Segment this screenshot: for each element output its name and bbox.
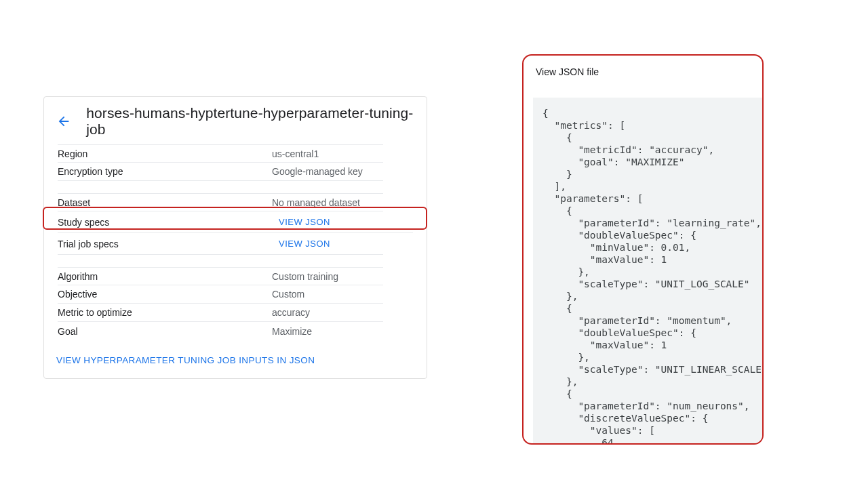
page-title: horses-humans-hyptertune-hyperparameter-… (86, 105, 416, 138)
back-button[interactable] (52, 109, 75, 134)
row-region: Region us-central1 (58, 144, 383, 163)
json-code-block: { "metrics": [ { "metricId": "accuracy",… (533, 98, 764, 443)
row-metric: Metric to optimize accuracy (58, 304, 383, 322)
row-label: Encryption type (58, 163, 272, 180)
json-panel-title: View JSON file (524, 56, 762, 83)
row-label: Region (58, 146, 272, 162)
row-label: Algorithm (58, 268, 272, 285)
row-value: No managed dataset (272, 195, 360, 211)
section-gap (58, 255, 413, 267)
section-gap (58, 181, 413, 193)
row-encryption: Encryption type Google-managed key (58, 163, 383, 181)
json-code-content: { "metrics": [ { "metricId": "accuracy",… (533, 98, 764, 445)
row-value: Custom training (272, 268, 338, 285)
row-objective: Objective Custom (58, 285, 383, 304)
view-json-trial-button[interactable]: VIEW JSON (272, 235, 330, 253)
row-dataset: Dataset No managed dataset (58, 193, 383, 211)
row-value: Google-managed key (272, 163, 363, 180)
row-algorithm: Algorithm Custom training (58, 267, 383, 285)
row-value: Maximize (272, 323, 312, 340)
json-panel: View JSON file { "metrics": [ { "metricI… (522, 54, 764, 445)
row-label: Goal (58, 323, 272, 340)
row-value: us-central1 (272, 146, 319, 162)
details-rows: Region us-central1 Encryption type Googl… (44, 144, 427, 344)
card-header: horses-humans-hyptertune-hyperparameter-… (44, 97, 427, 144)
row-label: Dataset (58, 195, 272, 211)
row-study-specs: Study specs VIEW JSON (58, 211, 413, 233)
row-trial-specs: Trial job specs VIEW JSON (58, 233, 383, 255)
card-footer: VIEW HYPERPARAMETER TUNING JOB INPUTS IN… (44, 344, 427, 378)
arrow-left-icon (56, 114, 71, 129)
row-value: Custom (272, 286, 304, 302)
view-inputs-json-link[interactable]: VIEW HYPERPARAMETER TUNING JOB INPUTS IN… (56, 355, 315, 365)
row-goal: Goal Maximize (58, 322, 383, 340)
view-json-study-button[interactable]: VIEW JSON (272, 213, 330, 231)
row-label: Trial job specs (58, 236, 272, 252)
row-label: Objective (58, 286, 272, 302)
row-label: Study specs (58, 214, 272, 230)
row-value: accuracy (272, 304, 310, 321)
job-details-card: horses-humans-hyptertune-hyperparameter-… (43, 96, 427, 379)
row-label: Metric to optimize (58, 304, 272, 321)
